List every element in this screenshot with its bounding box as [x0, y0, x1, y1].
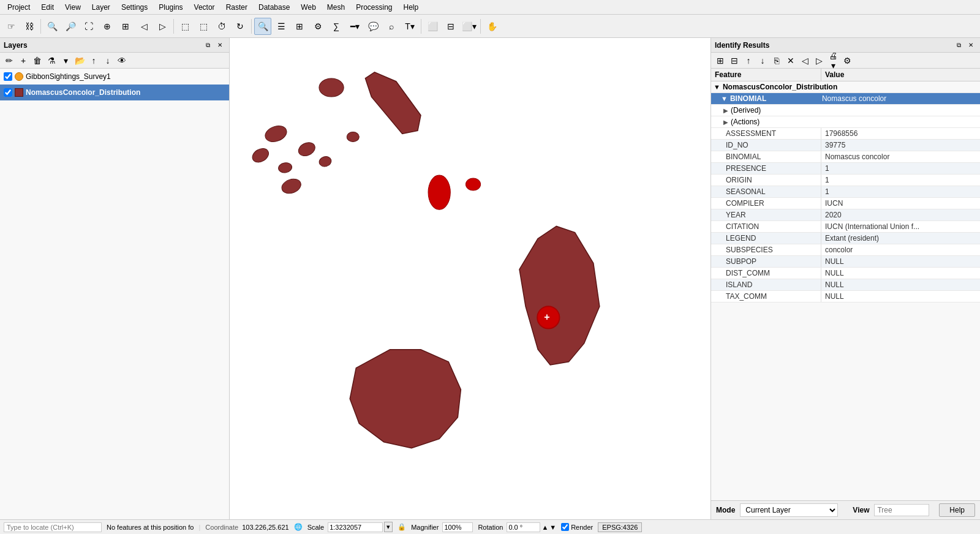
identify-derived-row[interactable]: ▶ (Derived)	[711, 105, 980, 116]
menu-database[interactable]: Database	[254, 2, 295, 13]
identify-row-0[interactable]: ASSESSMENT 17968556	[711, 128, 980, 140]
layers-filter2-btn[interactable]: ▾	[59, 54, 72, 67]
tb-deselect[interactable]: ⊟	[442, 18, 459, 35]
tb-print[interactable]: ⬚	[176, 18, 194, 35]
layer-item-gibbon[interactable]: GibbonSightings_Survey1	[0, 69, 229, 85]
tb-print2[interactable]: ⬚	[195, 18, 212, 35]
tb-measure[interactable]: ━▾	[346, 18, 363, 35]
tb-text[interactable]: T▾	[401, 18, 418, 35]
layers-eye-btn[interactable]: 👁	[115, 54, 129, 67]
identify-row-8[interactable]: CITATION IUCN (International Union f...	[711, 221, 980, 233]
tb-zoom-sel[interactable]: ⊕	[99, 18, 116, 35]
help-button[interactable]: Help	[939, 503, 975, 517]
menu-web[interactable]: Web	[296, 2, 320, 13]
identify-row-6[interactable]: COMPILER IUCN	[711, 198, 980, 209]
identify-row-3[interactable]: PRESENCE 1	[711, 163, 980, 175]
identify-collapse-btn[interactable]: ⊟	[728, 54, 741, 67]
layer-checkbox-nomascus[interactable]	[4, 88, 12, 97]
search-locate-input[interactable]	[4, 522, 102, 532]
menu-mesh[interactable]: Mesh	[322, 2, 350, 13]
identify-row-13[interactable]: ISLAND NULL	[711, 279, 980, 291]
identify-row-10[interactable]: SUBSPECIES concolor	[711, 244, 980, 256]
layers-up-btn[interactable]: ↑	[87, 54, 100, 67]
map-canvas[interactable]: +	[230, 38, 710, 519]
tb-link[interactable]: ⛓	[21, 18, 38, 35]
identify-down-btn[interactable]: ↓	[756, 54, 769, 67]
tb-pan[interactable]: ☞	[2, 18, 20, 35]
menu-vector[interactable]: Vector	[189, 2, 220, 13]
identify-layer-row[interactable]: ▼ NomascusConcolor_Distribution	[711, 81, 980, 93]
tb-timer[interactable]: ⏱	[213, 18, 230, 35]
view-input[interactable]	[874, 504, 929, 516]
layers-open-btn[interactable]: 📂	[73, 54, 86, 67]
rotation-input[interactable]	[507, 522, 540, 532]
rotation-up[interactable]: ▲	[541, 524, 548, 531]
menu-layer[interactable]: Layer	[87, 2, 115, 13]
rotation-down[interactable]: ▼	[549, 524, 556, 531]
identify-expand-btn[interactable]: ⊞	[714, 54, 727, 67]
tb-zoom-full[interactable]: ⛶	[80, 18, 97, 35]
identify-prev-btn[interactable]: ◁	[798, 54, 812, 67]
tb-zoom-prev[interactable]: ◁	[135, 18, 153, 35]
identify-float-btn[interactable]: ⧉	[953, 40, 964, 51]
map-area[interactable]: +	[230, 38, 710, 519]
layers-add-btn[interactable]: +	[17, 54, 30, 67]
menu-project[interactable]: Project	[2, 2, 35, 13]
scale-input[interactable]	[328, 522, 383, 532]
layer-checkbox-gibbon[interactable]	[4, 72, 12, 81]
tb-identify[interactable]: 🔍	[254, 18, 271, 35]
tb-calc[interactable]: ⚙	[309, 18, 326, 35]
tb-select-arrow[interactable]: ⬜▾	[461, 18, 478, 35]
identify-row-11[interactable]: SUBPOP NULL	[711, 256, 980, 268]
layers-remove-btn[interactable]: 🗑	[31, 54, 44, 67]
layer-item-nomascus[interactable]: NomascusConcolor_Distribution	[0, 85, 229, 100]
map-shape-5	[296, 140, 317, 159]
epsg-button[interactable]: EPSG:4326	[598, 522, 642, 532]
tb-refresh[interactable]: ↻	[232, 18, 249, 35]
tb-zoom-search[interactable]: ⌕	[383, 18, 400, 35]
identify-row-9[interactable]: LEGEND Extant (resident)	[711, 233, 980, 244]
tb-select-rect[interactable]: ⬜	[424, 18, 441, 35]
tb-zoom-layer[interactable]: ⊞	[117, 18, 134, 35]
layers-float-btn[interactable]: ⧉	[202, 40, 213, 51]
mode-select[interactable]: Current Layer All Layers Top Down	[740, 503, 838, 517]
identify-next-btn[interactable]: ▷	[812, 54, 826, 67]
identify-copy-btn[interactable]: ⎘	[770, 54, 783, 67]
identify-feature-row[interactable]: ▼ BINOMIAL Nomascus concolor	[711, 93, 980, 105]
identify-clear-btn[interactable]: ✕	[784, 54, 797, 67]
identify-gear-btn[interactable]: ⚙	[840, 54, 854, 67]
identify-close-btn[interactable]: ✕	[965, 40, 976, 51]
identify-row-2[interactable]: BINOMIAL Nomascus concolor	[711, 151, 980, 163]
tb-annotation[interactable]: 💬	[364, 18, 382, 35]
layers-filter-btn[interactable]: ⚗	[45, 54, 58, 67]
tb-table[interactable]: ☰	[273, 18, 290, 35]
scale-dropdown[interactable]: ▾	[384, 522, 393, 532]
menu-plugins[interactable]: Plugins	[154, 2, 187, 13]
tb-zoom-in[interactable]: 🔍	[43, 18, 61, 35]
tb-zoom-out[interactable]: 🔎	[62, 18, 79, 35]
identify-row-12[interactable]: DIST_COMM NULL	[711, 268, 980, 279]
identify-row-4[interactable]: ORIGIN 1	[711, 175, 980, 186]
identify-row-5[interactable]: SEASONAL 1	[711, 186, 980, 198]
identify-row-1[interactable]: ID_NO 39775	[711, 140, 980, 151]
tb-stats[interactable]: ⊞	[291, 18, 308, 35]
layers-close-btn[interactable]: ✕	[214, 40, 225, 51]
render-checkbox[interactable]	[561, 523, 569, 531]
tb-pan2[interactable]: ✋	[483, 18, 500, 35]
menu-help[interactable]: Help	[399, 2, 424, 13]
menu-raster[interactable]: Raster	[221, 2, 252, 13]
layers-edit-btn[interactable]: ✏	[2, 54, 16, 67]
identify-print-btn[interactable]: 🖨▾	[826, 54, 840, 67]
tb-sum[interactable]: ∑	[328, 18, 345, 35]
menu-view[interactable]: View	[60, 2, 86, 13]
tb-zoom-next[interactable]: ▷	[154, 18, 171, 35]
identify-row-14[interactable]: TAX_COMM NULL	[711, 291, 980, 303]
menu-edit[interactable]: Edit	[36, 2, 59, 13]
identify-up-btn[interactable]: ↑	[742, 54, 755, 67]
magnifier-input[interactable]	[442, 522, 473, 532]
menu-settings[interactable]: Settings	[116, 2, 153, 13]
identify-actions-row[interactable]: ▶ (Actions)	[711, 116, 980, 128]
menu-processing[interactable]: Processing	[351, 2, 397, 13]
identify-row-7[interactable]: YEAR 2020	[711, 209, 980, 221]
layers-down-btn[interactable]: ↓	[101, 54, 115, 67]
